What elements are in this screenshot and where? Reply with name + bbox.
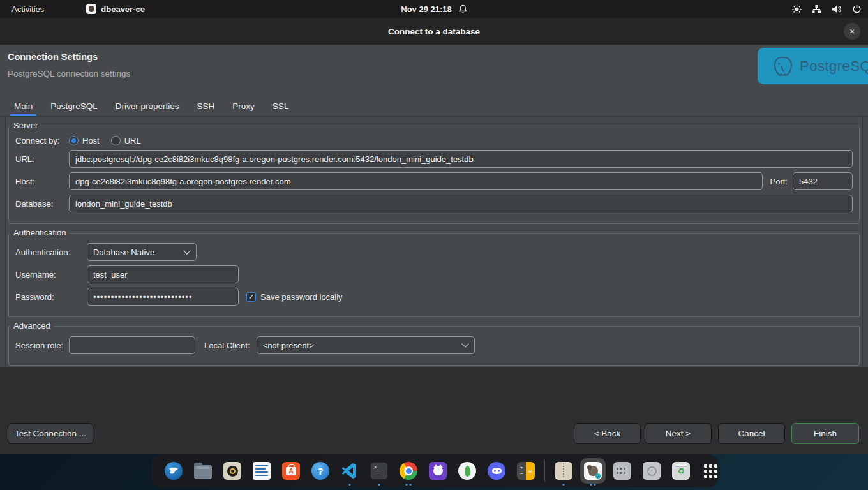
advanced-row: Session role: Local Client: <not present… xyxy=(15,336,853,354)
trash-icon: ♻ xyxy=(672,462,690,480)
radio-url-label[interactable]: URL xyxy=(124,136,141,145)
notification-bell-icon xyxy=(458,4,467,14)
password-label: Password: xyxy=(15,292,87,302)
activities-button[interactable]: Activities xyxy=(0,0,56,18)
dock-item-discord[interactable] xyxy=(482,454,511,487)
authentication-group: Authentication Authentication: Database … xyxy=(8,233,860,317)
dock-item-vscode[interactable] xyxy=(335,454,364,487)
github-desktop-icon xyxy=(429,462,447,480)
dialog-header: Connection Settings PostgreSQL connectio… xyxy=(0,45,868,91)
mongodb-compass-icon xyxy=(458,462,476,480)
authentication-row: Authentication: Database Native xyxy=(15,243,853,261)
page-title: Connection Settings xyxy=(8,52,98,62)
local-client-label: Local Client: xyxy=(204,341,250,350)
dock-item-dbeaver[interactable] xyxy=(578,454,608,487)
authentication-selected-value: Database Native xyxy=(87,243,197,261)
password-row: Password: ✓ Save password locally xyxy=(15,288,853,306)
username-input[interactable] xyxy=(87,265,239,283)
dock-item-help[interactable]: ? xyxy=(306,454,335,487)
clock-menu[interactable]: Nov 29 21:18 xyxy=(401,4,467,14)
dock: A ? +−= xyxy=(151,454,718,487)
tab-bar: Main PostgreSQL Driver properties SSH Pr… xyxy=(0,91,868,117)
local-client-select[interactable]: <not present> xyxy=(257,336,475,354)
back-button[interactable]: < Back xyxy=(574,423,641,444)
server-group-legend: Server xyxy=(10,121,41,130)
host-input[interactable] xyxy=(69,172,763,190)
dock-item-libreoffice-writer[interactable] xyxy=(247,454,276,487)
desktop-wallpaper: A ? +−= xyxy=(0,454,868,490)
dock-item-trash[interactable]: ♻ xyxy=(666,454,696,487)
dock-item-mongodb-compass[interactable] xyxy=(453,454,482,487)
connect-by-label: Connect by: xyxy=(15,136,69,145)
dock-item-ubuntu-software[interactable]: A xyxy=(276,454,306,487)
backups-icon xyxy=(613,462,631,480)
authentication-select[interactable]: Database Native xyxy=(87,243,197,261)
next-button[interactable]: Next > xyxy=(645,423,712,444)
url-label: URL: xyxy=(15,154,69,164)
chrome-icon xyxy=(400,462,417,480)
dock-separator xyxy=(544,460,545,482)
ubuntu-software-icon: A xyxy=(282,462,300,480)
dialog-titlebar: Connect to a database × xyxy=(0,18,868,45)
port-label: Port: xyxy=(770,177,788,186)
tab-postgresql[interactable]: PostgreSQL xyxy=(44,98,104,116)
save-password-label[interactable]: Save password locally xyxy=(260,292,343,302)
archive-manager-icon xyxy=(555,462,572,480)
dock-item-files[interactable] xyxy=(188,454,218,487)
page-subtitle: PostgreSQL connection settings xyxy=(8,69,130,78)
password-input[interactable] xyxy=(87,288,239,306)
thunderbird-icon xyxy=(165,462,183,480)
host-row: Host: Port: xyxy=(15,172,853,190)
system-status-area[interactable] xyxy=(792,4,862,14)
database-label: Database: xyxy=(15,199,69,209)
tab-driver-properties[interactable]: Driver properties xyxy=(109,98,186,116)
volume-icon xyxy=(832,4,842,14)
main-tab-panel: Server Connect by: Host URL URL: Host: P… xyxy=(5,117,863,368)
session-role-input[interactable] xyxy=(69,336,195,354)
clock-text: Nov 29 21:18 xyxy=(401,4,452,14)
dock-item-terminal[interactable] xyxy=(364,454,394,487)
dock-item-github-desktop[interactable] xyxy=(423,454,453,487)
tab-main[interactable]: Main xyxy=(8,98,39,116)
database-input[interactable] xyxy=(69,195,853,212)
close-button[interactable]: × xyxy=(844,23,860,40)
dock-item-app-grid[interactable] xyxy=(696,454,725,487)
port-input[interactable] xyxy=(793,172,853,190)
username-label: Username: xyxy=(15,270,87,279)
url-input[interactable] xyxy=(69,150,853,168)
dock-item-calculator[interactable]: +−= xyxy=(511,454,541,487)
session-role-label: Session role: xyxy=(15,341,69,350)
cancel-button[interactable]: Cancel xyxy=(718,423,785,444)
rhythmbox-icon xyxy=(223,462,241,480)
dock-item-chrome[interactable] xyxy=(394,454,423,487)
save-password-checkbox[interactable]: ✓ xyxy=(246,292,256,302)
postgresql-logo-badge: PostgreSQL xyxy=(758,48,868,84)
tab-ssl[interactable]: SSL xyxy=(266,98,296,116)
dialog-content: Main PostgreSQL Driver properties SSH Pr… xyxy=(0,91,868,368)
radio-host-label[interactable]: Host xyxy=(82,136,100,145)
local-client-selected-value: <not present> xyxy=(257,336,475,354)
dbeaver-icon xyxy=(584,462,602,480)
dock-item-rhythmbox[interactable] xyxy=(218,454,247,487)
terminal-icon xyxy=(370,462,388,480)
dock-item-disks[interactable] xyxy=(637,454,666,487)
radio-connect-by-host[interactable] xyxy=(69,136,79,145)
help-icon: ? xyxy=(311,462,329,480)
dock-item-thunderbird[interactable] xyxy=(159,454,188,487)
tab-ssh[interactable]: SSH xyxy=(191,98,221,116)
postgresql-badge-text: PostgreSQL xyxy=(800,58,868,75)
authentication-group-legend: Authentication xyxy=(10,228,69,237)
calculator-icon: +−= xyxy=(517,462,535,480)
url-row: URL: xyxy=(15,150,853,168)
system-top-bar: Activities dbeaver-ce Nov 29 21:18 xyxy=(0,0,868,18)
test-connection-button[interactable]: Test Connection ... xyxy=(8,423,93,444)
dock-item-backups[interactable] xyxy=(608,454,637,487)
finish-button[interactable]: Finish xyxy=(791,423,859,444)
vscode-icon xyxy=(341,462,359,480)
focused-app-menu[interactable]: dbeaver-ce xyxy=(86,4,145,14)
dock-item-archive-manager[interactable] xyxy=(549,454,578,487)
dialog-title: Connect to a database xyxy=(388,27,480,36)
radio-connect-by-url[interactable] xyxy=(111,136,121,145)
tab-proxy[interactable]: Proxy xyxy=(226,98,261,116)
discord-icon xyxy=(488,462,505,480)
